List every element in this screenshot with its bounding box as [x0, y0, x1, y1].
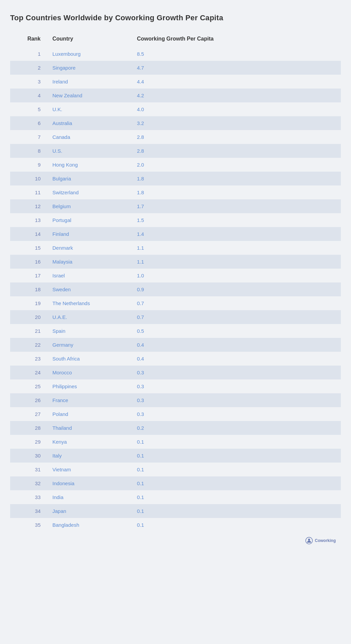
- cell-country: Singapore: [42, 65, 137, 71]
- header-value: Coworking Growth Per Capita: [137, 36, 336, 42]
- cell-rank: 19: [15, 300, 42, 306]
- cell-country: The Netherlands: [42, 300, 137, 306]
- table-row: 1Luxembourg8.5: [10, 47, 341, 61]
- cell-rank: 4: [15, 93, 42, 98]
- cell-country: Luxembourg: [42, 51, 137, 57]
- cell-rank: 5: [15, 106, 42, 112]
- cell-country: Belgium: [42, 203, 137, 209]
- cell-country: Vietnam: [42, 467, 137, 472]
- cell-value: 0.1: [137, 508, 336, 514]
- table-row: 26France0.3: [10, 393, 341, 407]
- cell-country: Morocco: [42, 370, 137, 375]
- cell-rank: 28: [15, 425, 42, 431]
- cell-country: Portugal: [42, 217, 137, 223]
- cell-rank: 14: [15, 231, 42, 237]
- cell-country: Sweden: [42, 287, 137, 292]
- table-row: 4New Zealand4.2: [10, 89, 341, 102]
- table-row: 24Morocco0.3: [10, 366, 341, 379]
- table-header: Rank Country Coworking Growth Per Capita: [10, 32, 341, 45]
- cell-country: Switzerland: [42, 190, 137, 195]
- cell-rank: 33: [15, 494, 42, 500]
- cell-value: 2.8: [137, 148, 336, 154]
- cell-country: India: [42, 494, 137, 500]
- page-container: Top Countries Worldwide by Coworking Gro…: [0, 0, 351, 558]
- cell-rank: 27: [15, 411, 42, 417]
- table-row: 14Finland1.4: [10, 227, 341, 241]
- cell-value: 1.7: [137, 203, 336, 209]
- cell-country: Philippines: [42, 383, 137, 389]
- cell-value: 0.2: [137, 425, 336, 431]
- footer: Coworking: [10, 532, 341, 544]
- cell-rank: 3: [15, 79, 42, 84]
- table-row: 33India0.1: [10, 490, 341, 504]
- table-row: 3Ireland4.4: [10, 75, 341, 89]
- cell-country: Indonesia: [42, 480, 137, 486]
- cell-country: Bulgaria: [42, 176, 137, 181]
- cell-value: 4.4: [137, 79, 336, 84]
- cell-country: Germany: [42, 342, 137, 348]
- cell-rank: 1: [15, 51, 42, 57]
- cell-rank: 2: [15, 65, 42, 71]
- cell-value: 0.1: [137, 467, 336, 472]
- table-row: 5U.K.4.0: [10, 102, 341, 116]
- cell-rank: 34: [15, 508, 42, 514]
- table-row: 10Bulgaria1.8: [10, 172, 341, 185]
- cell-value: 4.7: [137, 65, 336, 71]
- cell-country: Bangladesh: [42, 522, 137, 528]
- table-row: 2Singapore4.7: [10, 61, 341, 75]
- cell-rank: 30: [15, 453, 42, 459]
- cell-value: 0.7: [137, 300, 336, 306]
- table-row: 7Canada2.8: [10, 130, 341, 144]
- table-body: 1Luxembourg8.52Singapore4.73Ireland4.44N…: [10, 47, 341, 532]
- table-row: 29Kenya0.1: [10, 435, 341, 449]
- table-row: 31Vietnam0.1: [10, 463, 341, 476]
- cell-value: 0.1: [137, 494, 336, 500]
- cell-country: U.A.E.: [42, 314, 137, 320]
- cell-country: Spain: [42, 328, 137, 334]
- cell-value: 8.5: [137, 51, 336, 57]
- table-row: 25Philippines0.3: [10, 379, 341, 393]
- cell-rank: 10: [15, 176, 42, 181]
- svg-point-1: [308, 539, 310, 541]
- cell-rank: 22: [15, 342, 42, 348]
- table-row: 15Denmark1.1: [10, 241, 341, 255]
- cell-value: 4.0: [137, 106, 336, 112]
- cell-value: 0.3: [137, 370, 336, 375]
- cell-country: Poland: [42, 411, 137, 417]
- cell-rank: 7: [15, 134, 42, 140]
- table-row: 27Poland0.3: [10, 407, 341, 421]
- cell-rank: 15: [15, 245, 42, 251]
- table-row: 32Indonesia0.1: [10, 476, 341, 490]
- table-row: 11Switzerland1.8: [10, 185, 341, 199]
- table-row: 8U.S.2.8: [10, 144, 341, 158]
- table-row: 16Malaysia1.1: [10, 255, 341, 269]
- table-row: 30Italy0.1: [10, 449, 341, 463]
- cell-country: Israel: [42, 273, 137, 278]
- cell-country: Thailand: [42, 425, 137, 431]
- coworking-logo-icon: [305, 537, 313, 544]
- cell-country: Kenya: [42, 439, 137, 445]
- cell-country: Canada: [42, 134, 137, 140]
- cell-country: Italy: [42, 453, 137, 459]
- table-row: 23South Africa0.4: [10, 352, 341, 366]
- table-row: 35Bangladesh0.1: [10, 518, 341, 532]
- cell-rank: 20: [15, 314, 42, 320]
- cell-value: 0.4: [137, 342, 336, 348]
- table-row: 6Australia3.2: [10, 116, 341, 130]
- cell-country: U.S.: [42, 148, 137, 154]
- table-row: 22Germany0.4: [10, 338, 341, 352]
- cell-rank: 23: [15, 356, 42, 362]
- cell-rank: 32: [15, 480, 42, 486]
- cell-value: 1.1: [137, 245, 336, 251]
- cell-rank: 25: [15, 383, 42, 389]
- cell-rank: 24: [15, 370, 42, 375]
- header-country: Country: [42, 36, 137, 42]
- cell-rank: 26: [15, 397, 42, 403]
- cell-country: New Zealand: [42, 93, 137, 98]
- cell-value: 0.1: [137, 439, 336, 445]
- cell-country: South Africa: [42, 356, 137, 362]
- cell-value: 2.8: [137, 134, 336, 140]
- cell-value: 4.2: [137, 93, 336, 98]
- header-rank: Rank: [15, 36, 42, 42]
- table-row: 9Hong Kong2.0: [10, 158, 341, 172]
